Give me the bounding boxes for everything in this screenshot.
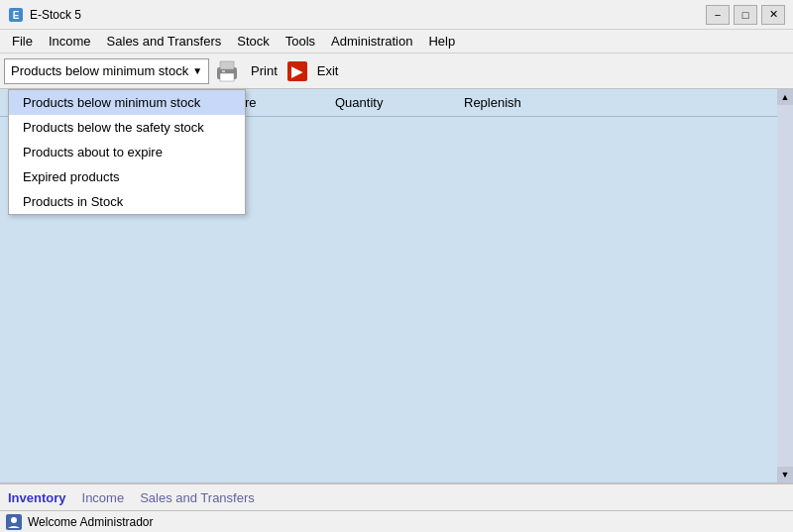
menu-tools[interactable]: Tools [278,32,323,51]
status-text: Welcome Administrador [28,515,154,529]
dropdown-item-about-expire[interactable]: Products about to expire [9,140,245,164]
menu-income[interactable]: Income [41,32,99,51]
svg-rect-5 [222,70,225,72]
svg-rect-4 [220,73,234,81]
scroll-up-arrow[interactable]: ▲ [777,89,793,105]
tab-bar: Inventory Income Sales and Transfers [0,482,793,510]
dropdown-menu: Products below minimum stock Products be… [8,89,246,215]
menu-bar: File Income Sales and Transfers Stock To… [0,30,793,53]
printer-icon [213,57,241,85]
col-header-quantity: Quantity [335,95,464,110]
tab-income[interactable]: Income [82,490,125,505]
col-header-replenish: Replenish [464,95,593,110]
exit-icon: ▶ [287,61,307,81]
svg-text:E: E [13,10,20,21]
dropdown-item-in-stock[interactable]: Products in Stock [9,189,245,214]
dropdown-label: Products below minimum stock [11,63,188,78]
menu-administration[interactable]: Administration [323,32,420,51]
menu-file[interactable]: File [4,32,41,51]
exit-button[interactable]: Exit [311,58,345,84]
menu-stock[interactable]: Stock [229,32,278,51]
print-icon-wrapper [213,57,241,85]
dropdown-item-below-safety[interactable]: Products below the safety stock [9,115,245,140]
app-icon: E [8,7,24,23]
toolbar: Products below minimum stock ▼ Print ▶ E… [0,53,793,89]
window-title: E-Stock 5 [30,8,81,22]
title-bar: E E-Stock 5 − □ ✕ [0,0,793,30]
chevron-down-icon: ▼ [192,65,202,76]
tab-sales-transfers[interactable]: Sales and Transfers [140,490,255,505]
dropdown-item-expired[interactable]: Expired products [9,164,245,189]
close-button[interactable]: ✕ [761,5,785,25]
scrollbar: ▲ ▼ [777,89,793,482]
dropdown-item-below-min[interactable]: Products below minimum stock [9,90,245,115]
title-left: E E-Stock 5 [8,7,81,23]
menu-sales-transfers[interactable]: Sales and Transfers [99,32,230,51]
minimize-button[interactable]: − [706,5,730,25]
menu-help[interactable]: Help [420,32,463,51]
title-controls: − □ ✕ [706,5,785,25]
svg-rect-3 [220,61,234,69]
status-bar: Welcome Administrador [0,510,793,532]
user-icon [6,514,22,530]
scroll-down-arrow[interactable]: ▼ [777,467,793,482]
print-button[interactable]: Print [245,58,283,84]
print-label: Print [251,63,278,78]
maximize-button[interactable]: □ [734,5,757,25]
tab-inventory[interactable]: Inventory [8,490,66,505]
view-dropdown-button[interactable]: Products below minimum stock ▼ [4,58,209,84]
svg-point-6 [11,517,17,523]
exit-label: Exit [317,63,339,78]
